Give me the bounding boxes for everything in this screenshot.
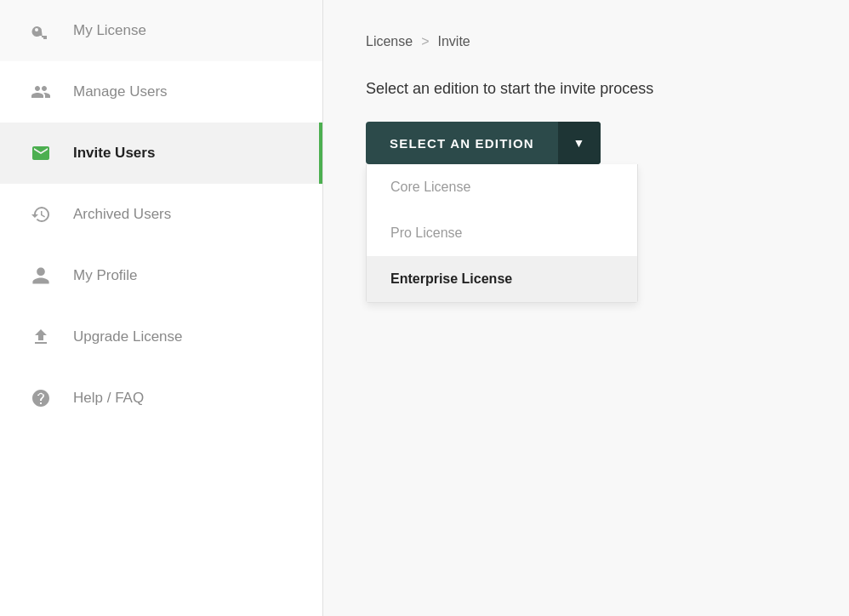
person-icon [26, 260, 56, 291]
main-content: License > Invite Select an edition to st… [323, 0, 849, 616]
dropdown-button-label: SELECT AN EDITION [366, 136, 558, 151]
page-instruction: Select an edition to start the invite pr… [366, 80, 806, 98]
sidebar-label-upgrade-license: Upgrade License [73, 328, 183, 345]
envelope-icon [26, 138, 56, 168]
upload-icon [26, 322, 56, 352]
sidebar-item-upgrade-license[interactable]: Upgrade License [0, 306, 322, 368]
sidebar-label-archived-users: Archived Users [73, 206, 171, 223]
select-edition-button[interactable]: SELECT AN EDITION ▼ [366, 122, 601, 164]
dropdown-option-enterprise[interactable]: Enterprise License [367, 256, 637, 302]
edition-dropdown-container: SELECT AN EDITION ▼ Core License Pro Lic… [366, 122, 601, 164]
breadcrumb-current: Invite [438, 34, 470, 49]
sidebar-label-invite-users: Invite Users [73, 145, 155, 162]
dropdown-option-pro[interactable]: Pro License [367, 210, 637, 256]
sidebar-item-manage-users[interactable]: Manage Users [0, 61, 322, 123]
sidebar-label-my-profile: My Profile [73, 267, 138, 284]
question-icon [26, 383, 56, 414]
sidebar-item-archived-users[interactable]: Archived Users [0, 184, 322, 245]
edition-dropdown-menu: Core License Pro License Enterprise Lice… [366, 164, 638, 303]
breadcrumb: License > Invite [366, 34, 806, 49]
sidebar: My License Manage Users Invite Users Arc… [0, 0, 323, 616]
breadcrumb-parent[interactable]: License [366, 34, 413, 49]
sidebar-label-help-faq: Help / FAQ [73, 390, 144, 407]
sidebar-label-manage-users: Manage Users [73, 83, 168, 100]
sidebar-item-my-profile[interactable]: My Profile [0, 245, 322, 306]
dropdown-option-core[interactable]: Core License [367, 164, 637, 210]
sidebar-item-help-faq[interactable]: Help / FAQ [0, 368, 322, 429]
sidebar-item-invite-users[interactable]: Invite Users [0, 123, 322, 184]
sidebar-item-my-license[interactable]: My License [0, 0, 322, 61]
key-icon [26, 15, 56, 46]
breadcrumb-separator: > [421, 34, 429, 49]
chevron-down-icon: ▼ [558, 122, 601, 164]
users-icon [26, 77, 56, 107]
history-icon [26, 199, 56, 230]
sidebar-label-my-license: My License [73, 22, 146, 39]
